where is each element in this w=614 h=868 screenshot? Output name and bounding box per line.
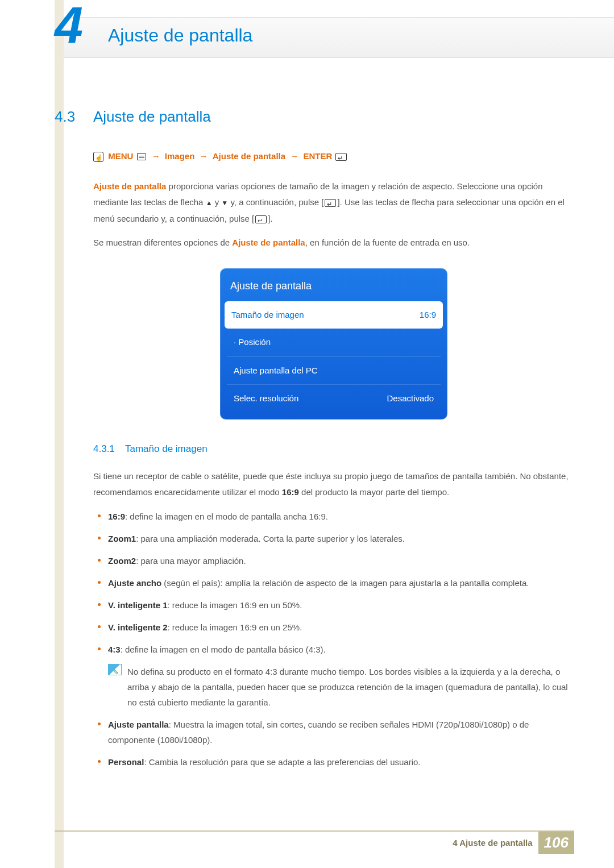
nav-arrow-2: →	[200, 151, 208, 161]
osd-row-posicion[interactable]: · Posición	[227, 329, 441, 357]
note-icon	[108, 664, 122, 675]
intro-para-2: Se muestran diferentes opciones de Ajust…	[93, 235, 574, 251]
subsection-intro: Si tiene un receptor de cable o satélite…	[93, 468, 574, 501]
page-footer: 4 Ajuste de pantalla 106	[55, 830, 574, 854]
osd-value: 16:9	[420, 307, 436, 323]
menu-icon	[137, 153, 146, 160]
chapter-title: Ajuste de pantalla	[108, 25, 252, 46]
intro-para-1: Ajuste de pantalla proporciona varias op…	[93, 178, 574, 227]
list-item: Ajuste pantalla: Muestra la imagen total…	[93, 717, 574, 747]
list-item: Zoom1: para una ampliación moderada. Cor…	[93, 531, 574, 546]
footer-page-number: 106	[538, 832, 574, 854]
bullet-list-1: 16:9: define la imagen en el modo de pan…	[93, 509, 574, 657]
enter-icon-inline-1	[325, 199, 336, 207]
list-item: V. inteligente 1: reduce la imagen 16:9 …	[93, 597, 574, 613]
list-item: 16:9: define la imagen en el modo de pan…	[93, 509, 574, 524]
list-item: Ajuste ancho (según el país): amplía la …	[93, 575, 574, 591]
subsection-number: 4.3.1	[93, 440, 125, 458]
osd-title: Ajuste de pantalla	[225, 273, 443, 301]
hand-icon	[93, 152, 103, 162]
enter-icon	[335, 153, 347, 161]
nav-imagen: Imagen	[165, 151, 195, 161]
list-item: V. inteligente 2: reduce la imagen 16:9 …	[93, 620, 574, 635]
section-heading: 4.3 Ajuste de pantalla	[55, 108, 574, 126]
list-item: Personal: Cambia la resolución para que …	[93, 754, 574, 770]
osd-label: Tamaño de imagen	[231, 307, 304, 323]
nav-menu: MENU	[108, 151, 133, 161]
arrow-down-icon: ▼	[221, 199, 228, 207]
osd-label: · Posición	[234, 334, 271, 351]
subsection-title: Tamaño de imagen	[125, 440, 208, 458]
osd-label: Ajuste pantalla del PC	[234, 363, 318, 379]
arrow-up-icon: ▲	[206, 199, 213, 207]
osd-row-ajuste-pc[interactable]: Ajuste pantalla del PC	[227, 357, 441, 385]
note-box: No defina su producto en el formato 4:3 …	[93, 664, 574, 710]
osd-row-tamano[interactable]: Tamaño de imagen 16:9	[225, 301, 443, 329]
section-title: Ajuste de pantalla	[93, 108, 211, 126]
nav-arrow-3: →	[290, 151, 298, 161]
section-number: 4.3	[55, 108, 93, 126]
osd-panel: Ajuste de pantalla Tamaño de imagen 16:9…	[220, 268, 447, 420]
nav-enter: ENTER	[303, 151, 332, 161]
intro-lead: Ajuste de pantalla	[93, 181, 166, 191]
nav-arrow-1: →	[152, 151, 160, 161]
nav-ajuste: Ajuste de pantalla	[213, 151, 285, 161]
note-text: No defina su producto en el formato 4:3 …	[127, 664, 574, 710]
menu-path: MENU → Imagen → Ajuste de pantalla → ENT…	[93, 148, 574, 165]
enter-icon-inline-2	[255, 215, 267, 223]
osd-row-resolucion[interactable]: Selec. resolución Desactivado	[227, 385, 441, 413]
chapter-number: 4	[55, 0, 83, 55]
osd-value: Desactivado	[387, 391, 434, 407]
footer-text: 4 Ajuste de pantalla	[453, 838, 532, 848]
osd-label: Selec. resolución	[234, 391, 298, 407]
list-item: Zoom2: para una mayor ampliación.	[93, 553, 574, 568]
list-item: 4:3: define la imagen en el modo de pant…	[93, 642, 574, 657]
bullet-list-2: Ajuste pantalla: Muestra la imagen total…	[93, 717, 574, 770]
subsection-heading: 4.3.1 Tamaño de imagen	[93, 440, 574, 458]
